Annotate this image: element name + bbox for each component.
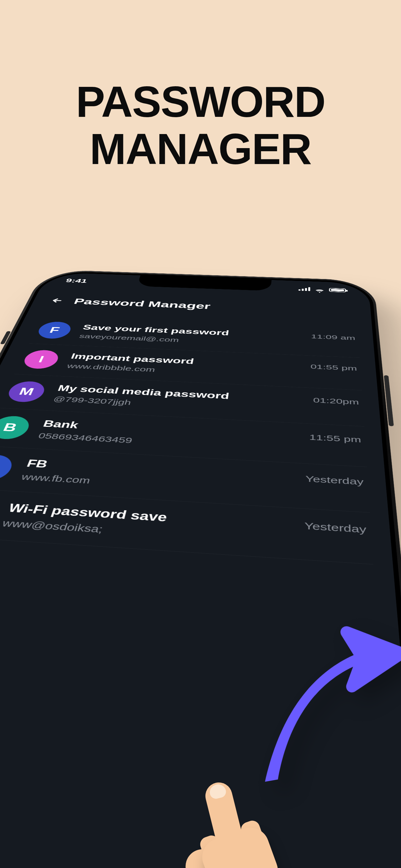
item-text: Bank05869346463459 [37, 418, 295, 454]
item-timestamp: 11:09 am [311, 332, 356, 342]
battery-icon [329, 288, 346, 292]
status-time: 9:41 [65, 277, 89, 284]
decorative-arrow-icon [225, 599, 401, 801]
item-text: FBwww.fb.com [20, 458, 291, 497]
app-title: Password Manager [72, 297, 211, 311]
item-timestamp: 01:55 pm [310, 362, 357, 372]
wifi-icon [315, 287, 325, 291]
promo-headline: PASSWORD MANAGER [0, 0, 401, 173]
app-header: Password Manager [32, 295, 371, 317]
promo-line-1: PASSWORD [0, 78, 401, 125]
item-text: Save your first passwordsaveyouremail@.c… [78, 323, 299, 348]
promo-line-2: MANAGER [0, 125, 401, 173]
item-avatar: B [0, 415, 33, 440]
item-text: My social media password@799-3207jjgh [52, 383, 300, 415]
item-avatar: M [5, 380, 48, 403]
item-avatar: F [35, 321, 73, 339]
item-timestamp: 11:55 pm [309, 431, 361, 444]
back-button[interactable] [48, 297, 66, 304]
item-text: Important passwordwww.dribbble.com [66, 352, 298, 380]
item-text: Wi-Fi password savewww@osdoiksa; [1, 501, 289, 547]
item-timestamp: Yesterday [304, 518, 367, 535]
item-avatar: F [0, 454, 16, 482]
item-timestamp: 01:20pm [313, 395, 360, 406]
item-avatar: I [21, 349, 62, 369]
item-timestamp: Yesterday [305, 472, 364, 487]
cellular-signal-icon [299, 287, 310, 291]
